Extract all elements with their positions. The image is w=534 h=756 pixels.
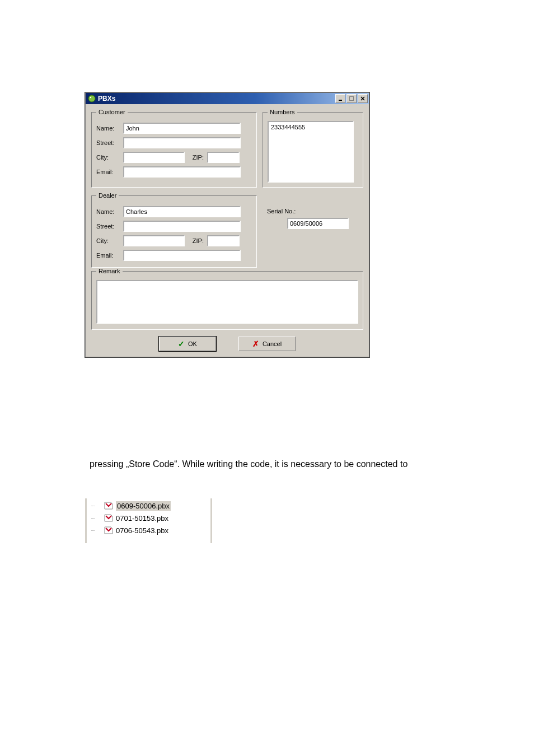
dealer-email-input[interactable] — [123, 250, 241, 261]
customer-city-input[interactable] — [123, 152, 185, 163]
minimize-button[interactable] — [335, 94, 345, 103]
customer-name-input[interactable] — [123, 123, 241, 134]
customer-street-label: Street: — [96, 139, 120, 146]
customer-email-label: Email: — [96, 169, 120, 175]
page-body-text: pressing „Store Code“. While writing the… — [90, 459, 470, 469]
remark-legend: Remark — [96, 268, 123, 274]
cancel-button[interactable]: ✗ Cancel — [238, 337, 296, 351]
tree-connector-icon: ┈ — [91, 515, 104, 521]
dealer-zip-input[interactable] — [207, 235, 240, 246]
tree-item[interactable]: ┈ 0609-50006.pbx — [87, 500, 210, 512]
dealer-name-input[interactable] — [123, 206, 241, 217]
tree-item[interactable]: ┈ 0706-50543.pbx — [87, 524, 210, 536]
customer-street-input[interactable] — [123, 137, 241, 148]
dealer-city-input[interactable] — [123, 235, 185, 246]
customer-zip-input[interactable] — [207, 152, 240, 163]
svg-rect-3 — [350, 97, 354, 101]
tree-item-label: 0701-50153.pbx — [116, 514, 168, 522]
pbxs-dialog: PBXs Customer Name: — [85, 92, 369, 357]
x-icon: ✗ — [252, 339, 259, 348]
remark-group: Remark — [91, 268, 363, 330]
ok-button-label: OK — [188, 340, 197, 347]
remark-textarea[interactable] — [96, 280, 358, 324]
window-controls — [335, 94, 368, 103]
customer-legend: Customer — [96, 109, 128, 115]
dealer-street-input[interactable] — [123, 221, 241, 232]
numbers-group: Numbers 2333444555 — [263, 109, 363, 188]
ok-button[interactable]: ✓ OK — [159, 337, 216, 351]
numbers-list[interactable]: 2333444555 — [268, 121, 354, 183]
check-icon: ✓ — [178, 339, 185, 348]
tree-connector-icon: ┈ — [91, 528, 104, 534]
maximize-button[interactable] — [346, 94, 357, 103]
dealer-city-label: City: — [96, 237, 120, 244]
tree-item[interactable]: ┈ 0701-50153.pbx — [87, 512, 210, 524]
numbers-legend: Numbers — [268, 109, 297, 115]
pbx-file-icon — [104, 514, 114, 522]
svg-point-1 — [90, 97, 91, 98]
dealer-email-label: Email: — [96, 252, 120, 259]
close-button[interactable] — [358, 94, 368, 103]
tree-item-label: 0706-50543.pbx — [116, 526, 168, 535]
dealer-street-label: Street: — [96, 223, 120, 230]
dealer-group: Dealer Name: Street: City: ZIP: — [91, 192, 257, 268]
tree-connector-icon: ┈ — [91, 503, 104, 509]
tree-item-label: 0609-50006.pbx — [116, 501, 171, 511]
tree-snippet: ┈ 0609-50006.pbx ┈ 0701-50153.pbx ┈ — [85, 498, 212, 543]
dealer-name-label: Name: — [96, 208, 120, 215]
title-bar: PBXs — [86, 93, 369, 104]
svg-rect-2 — [339, 100, 342, 101]
dealer-legend: Dealer — [96, 192, 119, 199]
numbers-item[interactable]: 2333444555 — [270, 123, 352, 131]
customer-name-label: Name: — [96, 125, 120, 132]
customer-email-input[interactable] — [123, 166, 241, 178]
cancel-button-label: Cancel — [263, 340, 282, 347]
pbx-file-icon — [104, 501, 114, 510]
window-title: PBXs — [98, 95, 335, 102]
serial-area: Serial No.: — [263, 192, 363, 268]
svg-point-0 — [88, 95, 95, 102]
dialog-button-row: ✓ OK ✗ Cancel — [91, 337, 363, 351]
serial-input[interactable] — [287, 218, 349, 229]
app-icon — [88, 95, 96, 102]
customer-zip-label: ZIP: — [188, 154, 204, 161]
pbx-file-icon — [104, 526, 114, 535]
dealer-zip-label: ZIP: — [188, 237, 204, 244]
serial-label: Serial No.: — [267, 208, 360, 214]
customer-group: Customer Name: Street: City: ZIP: — [91, 109, 257, 188]
customer-city-label: City: — [96, 154, 120, 161]
